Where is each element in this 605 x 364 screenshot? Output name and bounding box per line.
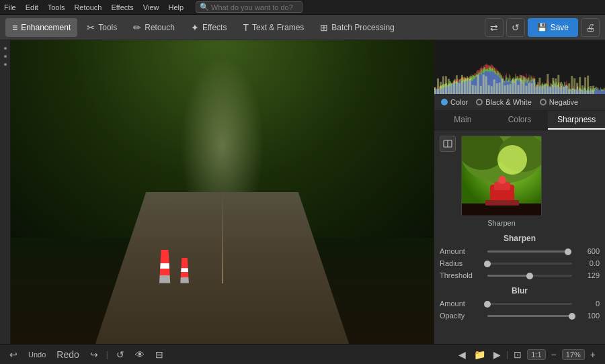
blur-opacity-thumb[interactable] xyxy=(569,313,575,320)
blur-opacity-label: Opacity xyxy=(440,312,483,320)
canvas-area[interactable] xyxy=(11,40,434,344)
tools-button[interactable]: ✂ Tools xyxy=(80,18,124,37)
bottom-bar: ↩ Undo Redo ↪ | ↺ 👁 ⊟ ◀ 📁 ▶ | ⊡ 1:1 − 17… xyxy=(0,344,605,364)
text-icon: T xyxy=(243,22,249,33)
color-mode-bw[interactable]: Black & White xyxy=(476,98,531,106)
effects-button[interactable]: ✦ Effects xyxy=(184,18,233,37)
svg-rect-10 xyxy=(485,200,519,206)
sharpen-radius-track[interactable] xyxy=(487,263,572,265)
blur-amount-label: Amount xyxy=(440,300,483,308)
tools-icon: ✂ xyxy=(87,22,95,33)
strip-dot xyxy=(4,63,7,66)
toolbar: ≡ Enhancement ✂ Tools ✏ Retouch ✦ Effect… xyxy=(0,15,605,40)
search-icon: 🔍 xyxy=(200,3,209,11)
zoom-100-badge[interactable]: 1:1 xyxy=(527,349,545,360)
sharpen-radius-value: 0.0 xyxy=(576,259,600,267)
redo-label-button[interactable]: Redo xyxy=(54,348,81,361)
sharpen-threshold-row: Threshold 129 xyxy=(440,271,600,279)
menu-bar: File Edit Tools Retouch Effects View Hel… xyxy=(0,0,605,15)
save-button[interactable]: 💾 Save xyxy=(528,18,578,37)
bw-label: Black & White xyxy=(485,98,531,106)
fit-button[interactable]: ⊡ xyxy=(511,348,524,361)
reset-button[interactable]: ↺ xyxy=(114,348,127,361)
batch-label: Batch Processing xyxy=(331,23,394,32)
color-radio[interactable] xyxy=(441,99,448,105)
strip-dot xyxy=(4,55,7,58)
zoom-in-button[interactable]: + xyxy=(588,348,598,361)
batch-button[interactable]: ⊞ Batch Processing xyxy=(313,18,401,37)
sharpen-radius-row: Radius 0.0 xyxy=(440,259,600,267)
sharpen-amount-thumb[interactable] xyxy=(565,248,571,255)
blur-opacity-value: 100 xyxy=(576,312,600,320)
tab-colors[interactable]: Colors xyxy=(491,111,549,130)
menu-view[interactable]: View xyxy=(143,3,159,11)
svg-point-5 xyxy=(497,145,527,175)
folder-button[interactable]: 📁 xyxy=(471,348,488,361)
photo-canvas xyxy=(11,40,434,344)
tab-sharpness[interactable]: Sharpness xyxy=(548,111,605,130)
sharpen-threshold-value: 129 xyxy=(576,271,600,279)
color-mode-negative[interactable]: Negative xyxy=(540,98,578,106)
histogram-canvas xyxy=(434,40,605,94)
blur-opacity-track[interactable] xyxy=(487,315,572,317)
blur-amount-row: Amount 0 xyxy=(440,300,600,308)
print-icon-button[interactable]: 🖨 xyxy=(581,18,600,37)
text-frames-button[interactable]: T Text & Frames xyxy=(236,18,311,37)
search-input[interactable] xyxy=(211,3,298,11)
blur-amount-thumb[interactable] xyxy=(484,301,491,308)
redo-icon-button[interactable]: ↪ xyxy=(87,348,101,361)
bw-radio[interactable] xyxy=(476,99,483,105)
color-mode-color[interactable]: Color xyxy=(441,98,468,106)
negative-radio[interactable] xyxy=(540,99,547,105)
blur-opacity-fill xyxy=(487,315,572,317)
retouch-label: Retouch xyxy=(145,23,175,32)
right-panel: Color Black & White Negative Main Colors… xyxy=(434,40,605,344)
sharpen-radius-thumb[interactable] xyxy=(484,261,491,267)
compare-split-button[interactable]: ⊟ xyxy=(153,348,166,361)
zoom-percent-badge: 17% xyxy=(562,349,585,360)
sharpen-amount-fill xyxy=(487,251,568,253)
menu-edit[interactable]: Edit xyxy=(26,3,38,11)
sharpen-threshold-fill xyxy=(487,275,530,277)
next-button[interactable]: ▶ xyxy=(491,348,503,361)
prev-button[interactable]: ◀ xyxy=(456,348,469,361)
sharpen-threshold-thumb[interactable] xyxy=(526,273,533,279)
enhancement-button[interactable]: ≡ Enhancement xyxy=(5,18,77,37)
refresh-icon-button[interactable]: ↺ xyxy=(506,18,525,37)
sharpen-amount-row: Amount 600 xyxy=(440,247,600,255)
panel-content: Sharpen Sharpen Amount 600 Radius xyxy=(434,130,605,344)
zoom-controls: ◀ 📁 ▶ | ⊡ 1:1 − 17% + xyxy=(456,348,598,361)
preview-thumbnail xyxy=(461,136,542,216)
blur-amount-track[interactable] xyxy=(487,303,572,305)
menu-help[interactable]: Help xyxy=(168,3,184,11)
menu-effects[interactable]: Effects xyxy=(111,3,133,11)
preview-svg xyxy=(462,136,542,216)
compare-svg xyxy=(443,139,452,148)
blur-section: Blur Amount 0 Opacity xyxy=(440,286,600,320)
zoom-out-button[interactable]: − xyxy=(549,348,559,361)
menu-file[interactable]: File xyxy=(4,3,16,11)
menu-retouch[interactable]: Retouch xyxy=(74,3,102,11)
tools-label: Tools xyxy=(98,23,117,32)
preview-eye-button[interactable]: 👁 xyxy=(132,348,147,361)
swap-icon-button[interactable]: ⇄ xyxy=(485,18,503,37)
sharpen-section-label: Sharpen xyxy=(440,234,600,243)
effects-icon: ✦ xyxy=(191,22,199,33)
histogram xyxy=(434,40,605,94)
enhancement-icon: ≡ xyxy=(12,22,17,33)
tab-main[interactable]: Main xyxy=(434,111,491,130)
sharpen-threshold-track[interactable] xyxy=(487,275,572,277)
blur-opacity-row: Opacity 100 xyxy=(440,312,600,320)
retouch-icon: ✏ xyxy=(133,22,141,33)
enhancement-label: Enhancement xyxy=(21,23,71,32)
sharpen-amount-label: Amount xyxy=(440,247,483,255)
color-mode-selector: Color Black & White Negative xyxy=(434,94,605,111)
undo-icon-button[interactable]: ↩ xyxy=(7,348,20,361)
separator-1: | xyxy=(106,350,108,359)
compare-icon-button[interactable] xyxy=(440,136,456,152)
main-area: Color Black & White Negative Main Colors… xyxy=(0,40,605,344)
menu-tools[interactable]: Tools xyxy=(48,3,65,11)
sharpen-section: Sharpen Amount 600 Radius xyxy=(440,234,600,279)
retouch-button[interactable]: ✏ Retouch xyxy=(126,18,182,37)
sharpen-amount-track[interactable] xyxy=(487,251,572,253)
